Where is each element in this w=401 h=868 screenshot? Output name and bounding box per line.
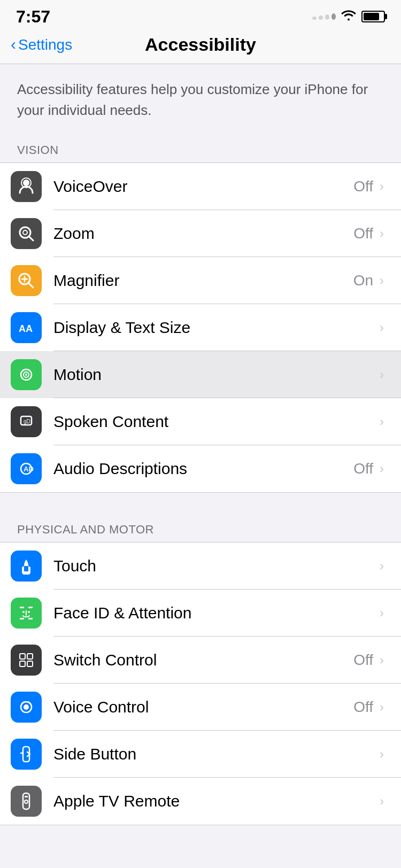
battery-icon bbox=[361, 11, 385, 22]
magnifier-chevron-icon: › bbox=[380, 273, 384, 288]
vision-section-header: VISION bbox=[0, 133, 401, 162]
svg-point-0 bbox=[23, 180, 29, 186]
back-chevron-icon: ‹ bbox=[11, 36, 16, 52]
voice-control-content: Voice Control Off › bbox=[53, 698, 384, 716]
audio-descriptions-right: Off › bbox=[353, 460, 384, 477]
apple-tv-remote-right: › bbox=[377, 794, 384, 809]
voiceover-chevron-icon: › bbox=[380, 179, 384, 194]
zoom-right: Off › bbox=[353, 225, 384, 242]
face-id-icon bbox=[11, 598, 42, 629]
switch-control-value: Off bbox=[353, 652, 373, 669]
audio-descriptions-label: Audio Descriptions bbox=[53, 460, 187, 478]
apple-tv-remote-chevron-icon: › bbox=[380, 794, 384, 809]
voice-control-chevron-icon: › bbox=[380, 700, 384, 715]
motion-label: Motion bbox=[53, 366, 102, 384]
voice-control-icon bbox=[11, 692, 42, 723]
zoom-content: Zoom Off › bbox=[53, 224, 384, 243]
voiceover-label: VoiceOver bbox=[53, 177, 127, 196]
voiceover-right: Off › bbox=[353, 178, 384, 195]
audio-descriptions-row[interactable]: AD Audio Descriptions Off › bbox=[0, 445, 401, 492]
face-id-chevron-icon: › bbox=[380, 606, 384, 621]
motion-chevron-icon: › bbox=[380, 367, 384, 382]
voiceover-icon bbox=[11, 171, 42, 202]
display-text-size-row[interactable]: AA Display & Text Size › bbox=[0, 304, 401, 351]
description-block: Accessibility features help you customiz… bbox=[0, 64, 401, 133]
physical-motor-settings-group: Touch › Face ID & Attention › bbox=[0, 542, 401, 825]
signal-icon bbox=[312, 13, 336, 20]
svg-point-12 bbox=[25, 374, 27, 376]
svg-point-22 bbox=[28, 611, 30, 613]
svg-rect-24 bbox=[20, 654, 25, 659]
touch-right: › bbox=[377, 559, 384, 574]
voice-control-row[interactable]: Voice Control Off › bbox=[0, 684, 401, 731]
switch-control-icon bbox=[11, 645, 42, 676]
spoken-content-row[interactable]: gD Spoken Content › bbox=[0, 398, 401, 445]
side-button-label: Side Button bbox=[53, 745, 136, 763]
motion-right: › bbox=[377, 367, 384, 382]
touch-icon bbox=[11, 551, 42, 582]
svg-rect-33 bbox=[25, 796, 28, 797]
face-id-label: Face ID & Attention bbox=[53, 604, 191, 622]
side-button-row[interactable]: Side Button › bbox=[0, 731, 401, 778]
magnifier-right: On › bbox=[353, 272, 384, 289]
svg-rect-25 bbox=[27, 654, 33, 659]
switch-control-row[interactable]: Switch Control Off › bbox=[0, 637, 401, 684]
svg-line-4 bbox=[29, 236, 33, 241]
status-time: 7:57 bbox=[16, 7, 50, 27]
svg-line-6 bbox=[28, 283, 33, 288]
svg-text:AD: AD bbox=[24, 465, 34, 473]
zoom-label: Zoom bbox=[53, 224, 95, 243]
voice-control-label: Voice Control bbox=[53, 698, 149, 716]
switch-control-label: Switch Control bbox=[53, 651, 157, 669]
display-text-size-content: Display & Text Size › bbox=[53, 319, 384, 337]
zoom-row[interactable]: Zoom Off › bbox=[0, 210, 401, 257]
display-text-size-icon: AA bbox=[11, 312, 42, 343]
touch-label: Touch bbox=[53, 557, 96, 575]
magnifier-icon bbox=[11, 265, 42, 296]
spoken-content-content: Spoken Content › bbox=[53, 413, 384, 431]
apple-tv-remote-label: Apple TV Remote bbox=[53, 792, 180, 810]
svg-point-29 bbox=[24, 704, 29, 710]
motion-row[interactable]: Motion › bbox=[0, 351, 401, 398]
status-bar: 7:57 bbox=[0, 0, 401, 29]
audio-descriptions-icon: AD bbox=[11, 453, 42, 484]
display-text-size-label: Display & Text Size bbox=[53, 319, 190, 337]
magnifier-label: Magnifier bbox=[53, 272, 119, 290]
zoom-chevron-icon: › bbox=[380, 226, 384, 241]
audio-descriptions-content: Audio Descriptions Off › bbox=[53, 460, 384, 478]
vision-section-label: VISION bbox=[17, 143, 59, 157]
spoken-content-label: Spoken Content bbox=[53, 413, 168, 431]
face-id-row[interactable]: Face ID & Attention › bbox=[0, 590, 401, 637]
page-title: Accessibility bbox=[145, 34, 256, 55]
apple-tv-remote-row[interactable]: Apple TV Remote › bbox=[0, 778, 401, 825]
back-label: Settings bbox=[18, 36, 72, 53]
motion-icon bbox=[11, 359, 42, 390]
spoken-content-icon: gD bbox=[11, 406, 42, 437]
audio-descriptions-value: Off bbox=[353, 460, 373, 477]
spoken-content-chevron-icon: › bbox=[380, 414, 384, 429]
side-button-icon bbox=[11, 739, 42, 770]
svg-rect-27 bbox=[27, 661, 33, 666]
display-text-size-right: › bbox=[377, 320, 384, 335]
apple-tv-remote-content: Apple TV Remote › bbox=[53, 792, 384, 810]
voiceover-row[interactable]: VoiceOver Off › bbox=[0, 163, 401, 210]
physical-motor-section-label: PHYSICAL AND MOTOR bbox=[17, 523, 154, 536]
motion-content: Motion › bbox=[53, 366, 384, 384]
touch-row[interactable]: Touch › bbox=[0, 542, 401, 590]
group-spacer-1 bbox=[0, 493, 401, 512]
physical-motor-section-header: PHYSICAL AND MOTOR bbox=[0, 512, 401, 542]
svg-rect-20 bbox=[28, 618, 33, 619]
switch-control-right: Off › bbox=[353, 652, 384, 669]
touch-content: Touch › bbox=[53, 557, 384, 575]
zoom-value: Off bbox=[353, 225, 373, 242]
back-button[interactable]: ‹ Settings bbox=[11, 36, 72, 53]
svg-rect-18 bbox=[28, 607, 33, 608]
svg-point-34 bbox=[25, 800, 28, 803]
svg-rect-32 bbox=[23, 793, 29, 809]
svg-rect-19 bbox=[20, 618, 24, 619]
svg-text:gD: gD bbox=[24, 418, 30, 424]
zoom-icon bbox=[11, 218, 42, 249]
magnifier-row[interactable]: Magnifier On › bbox=[0, 257, 401, 304]
switch-control-chevron-icon: › bbox=[380, 653, 384, 668]
svg-rect-17 bbox=[20, 607, 24, 608]
